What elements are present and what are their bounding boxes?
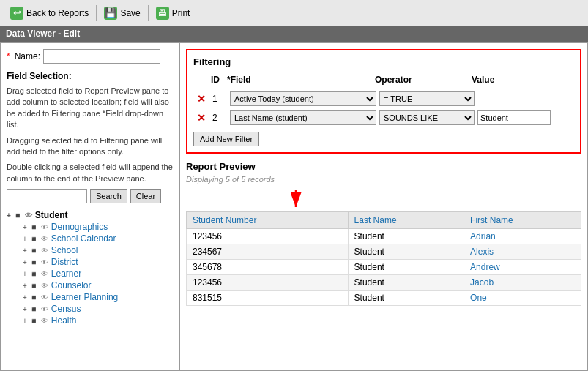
eye-icon: 👁 xyxy=(41,270,48,278)
expand-icon: + xyxy=(23,293,27,301)
table-cell: Student xyxy=(348,229,464,244)
expand-icon: + xyxy=(23,247,27,255)
db-icon: ◾ xyxy=(29,293,38,301)
filter-field-select-2[interactable]: Last Name (student) Active Today (studen… xyxy=(230,110,376,125)
table-row: 123456StudentJacob xyxy=(187,275,581,291)
table-cell: One xyxy=(464,291,581,306)
table-cell: Student xyxy=(348,260,464,275)
save-icon: 💾 xyxy=(104,7,117,20)
db-icon: ◾ xyxy=(29,270,38,278)
filter-col-id: ID xyxy=(211,75,226,85)
back-to-reports-button[interactable]: ↩ Back to Reports xyxy=(4,4,94,22)
table-cell: Student xyxy=(348,291,464,306)
tree-item-label: Learner Planning xyxy=(51,292,118,302)
tree-root-student[interactable]: + ◾ 👁 Student xyxy=(7,209,174,221)
tree-item-census[interactable]: + ◾ 👁 Census xyxy=(23,303,174,315)
separator-1 xyxy=(96,5,97,21)
filter-operator-select-2[interactable]: SOUNDS LIKE = TRUE = FALSE xyxy=(379,110,475,125)
db-icon: ◾ xyxy=(29,282,38,290)
name-input[interactable] xyxy=(43,49,160,64)
filter-operator-select-1[interactable]: = TRUE = FALSE SOUNDS LIKE xyxy=(379,91,475,106)
eye-icon: 👁 xyxy=(41,223,48,231)
clear-button[interactable]: Clear xyxy=(130,189,161,203)
tree-item-label: Demographics xyxy=(51,222,108,232)
add-filter-button[interactable]: Add New Filter xyxy=(193,132,259,146)
table-cell: 123456 xyxy=(187,275,349,291)
expand-icon: + xyxy=(7,211,11,220)
db-icon: ◾ xyxy=(29,235,38,243)
tree-item-label: Learner xyxy=(51,269,81,279)
filter-remove-1[interactable]: ✕ xyxy=(193,93,209,105)
separator-2 xyxy=(148,5,149,21)
toolbar: ↩ Back to Reports 💾 Save 🖶 Print xyxy=(0,0,588,26)
table-cell: 123456 xyxy=(187,229,349,244)
db-icon: ◾ xyxy=(29,247,38,255)
tree-item-health[interactable]: + ◾ 👁 Health xyxy=(23,315,174,326)
table-cell: 345678 xyxy=(187,260,349,275)
table-cell: Jacob xyxy=(464,275,581,291)
preview-table-body: 123456StudentAdrian234567StudentAlexis34… xyxy=(187,229,581,306)
page-title: Data Viewer - Edit xyxy=(6,29,80,39)
arrow-container xyxy=(186,188,581,210)
tree-item-school-calendar[interactable]: + ◾ 👁 School Calendar xyxy=(23,233,174,244)
name-field-label: Name: xyxy=(15,51,40,61)
tree-item-counselor[interactable]: + ◾ 👁 Counselor xyxy=(23,280,174,291)
tree-item-label: Health xyxy=(51,315,77,326)
filter-remove-2[interactable]: ✕ xyxy=(193,112,209,124)
table-cell: 234567 xyxy=(187,244,349,260)
field-selection-desc3: Double clicking a selected field will ap… xyxy=(7,162,174,184)
tree-item-school[interactable]: + ◾ 👁 School xyxy=(23,244,174,256)
back-label: Back to Reports xyxy=(26,8,89,18)
tree-item-learner-planning[interactable]: + ◾ 👁 Learner Planning xyxy=(23,291,174,303)
filter-id-2: 2 xyxy=(212,113,227,123)
print-label: Print xyxy=(172,8,190,18)
eye-icon: 👁 xyxy=(41,258,48,266)
db-icon: ◾ xyxy=(13,211,22,220)
print-icon: 🖶 xyxy=(156,7,169,20)
db-icon: ◾ xyxy=(29,305,38,313)
table-row: 234567StudentAlexis xyxy=(187,244,581,260)
eye-icon: 👁 xyxy=(41,247,48,255)
search-button[interactable]: Search xyxy=(90,189,127,203)
titlebar: Data Viewer - Edit xyxy=(0,26,588,42)
table-cell: Student xyxy=(348,244,464,260)
search-row: Search Clear xyxy=(7,189,174,203)
table-cell: Student xyxy=(348,275,464,291)
eye-icon: 👁 xyxy=(41,317,48,325)
tree-item-label: Census xyxy=(51,304,81,314)
tree-item-label: School xyxy=(51,245,78,255)
search-input[interactable] xyxy=(7,189,87,203)
tree-item-district[interactable]: + ◾ 👁 District xyxy=(23,256,174,268)
tree-item-demographics[interactable]: + ◾ 👁 Demographics xyxy=(23,221,174,233)
left-panel: * Name: Field Selection: Drag selected f… xyxy=(1,43,180,370)
table-cell: 831515 xyxy=(187,291,349,306)
back-icon: ↩ xyxy=(10,7,23,20)
filtering-title: Filtering xyxy=(193,56,574,67)
print-button[interactable]: 🖶 Print xyxy=(150,4,196,22)
col-header-last-name: Last Name xyxy=(348,212,464,229)
red-arrow xyxy=(281,188,369,210)
report-preview-section: Report Preview Displaying 5 of 5 records xyxy=(186,161,581,306)
tree-item-learner[interactable]: + ◾ 👁 Learner xyxy=(23,268,174,280)
expand-icon: + xyxy=(23,270,27,278)
expand-icon: + xyxy=(23,235,27,243)
save-label: Save xyxy=(120,8,140,18)
name-required-marker: * xyxy=(7,51,10,61)
tree-item-label: School Calendar xyxy=(51,233,116,244)
filter-value-input-2[interactable] xyxy=(477,110,551,125)
filtering-box: Filtering ID *Field Operator Value ✕ 1 A… xyxy=(186,49,581,154)
filter-field-select-1[interactable]: Active Today (student) Last Name (studen… xyxy=(230,91,376,106)
table-row: 123456StudentAdrian xyxy=(187,229,581,244)
expand-icon: + xyxy=(23,305,27,313)
col-header-student-number: Student Number xyxy=(187,212,349,229)
db-icon: ◾ xyxy=(29,317,38,325)
field-selection-title: Field Selection: xyxy=(7,71,174,81)
filter-col-value: Value xyxy=(472,75,559,85)
tree-children: + ◾ 👁 Demographics + ◾ 👁 School Calendar… xyxy=(23,221,174,326)
table-row: 831515StudentOne xyxy=(187,291,581,306)
save-button[interactable]: 💾 Save xyxy=(98,4,146,22)
expand-icon: + xyxy=(23,223,27,231)
filter-col-operator: Operator xyxy=(375,75,470,85)
eye-icon: 👁 xyxy=(41,293,48,301)
table-row: 345678StudentAndrew xyxy=(187,260,581,275)
